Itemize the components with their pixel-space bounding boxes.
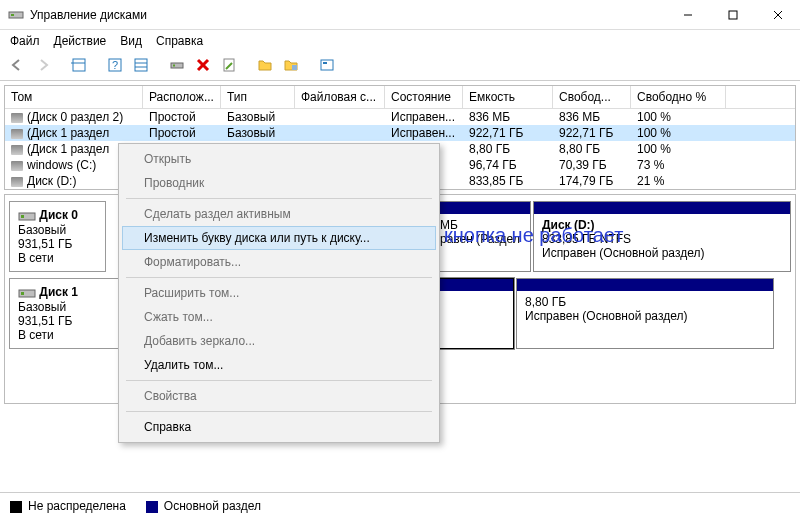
ctx-change-letter[interactable]: Изменить букву диска или путь к диску... [122,226,436,250]
help-icon[interactable]: ? [104,54,126,76]
ctx-extend[interactable]: Расширить том... [122,281,436,305]
volume-icon [11,145,23,155]
col-cap[interactable]: Емкость [463,86,553,108]
col-loc[interactable]: Располож... [143,86,221,108]
forward-button[interactable] [32,54,54,76]
ctx-open[interactable]: Открыть [122,147,436,171]
col-tom[interactable]: Том [5,86,143,108]
disk-label[interactable]: Диск 0Базовый931,51 ГБВ сети [9,201,106,272]
svg-rect-10 [135,59,147,71]
ctx-delete[interactable]: Удалить том... [122,353,436,377]
maximize-button[interactable] [710,0,755,30]
svg-text:?: ? [112,59,118,71]
toolbar: ? [0,52,800,81]
folder-open-icon[interactable] [280,54,302,76]
properties-icon[interactable] [218,54,240,76]
svg-rect-13 [171,63,183,68]
ctx-shrink[interactable]: Сжать том... [122,305,436,329]
toolbar-list-icon[interactable] [130,54,152,76]
svg-rect-6 [73,59,85,71]
svg-rect-14 [173,65,175,67]
svg-rect-22 [21,215,24,218]
menubar: Файл Действие Вид Справка [0,30,800,52]
legend-unallocated: Не распределена [10,499,126,513]
refresh-icon[interactable] [166,54,188,76]
toolbar-view-icon[interactable] [68,54,90,76]
col-fs[interactable]: Файловая с... [295,86,385,108]
volume-row[interactable]: (Диск 0 раздел 2)ПростойБазовыйИсправен.… [5,109,795,125]
legend: Не распределена Основной раздел [0,492,800,519]
delete-icon[interactable] [192,54,214,76]
volume-icon [11,177,23,187]
ctx-make-active[interactable]: Сделать раздел активным [122,202,436,226]
annotation-text: кнопка не работает [444,224,623,247]
menu-file[interactable]: Файл [10,34,40,48]
window-title: Управление дисками [30,8,665,22]
col-pct[interactable]: Свободно % [631,86,726,108]
minimize-button[interactable] [665,0,710,30]
svg-rect-1 [11,14,14,16]
svg-rect-19 [321,60,333,70]
back-button[interactable] [6,54,28,76]
svg-rect-24 [21,292,24,295]
legend-primary: Основной раздел [146,499,261,513]
svg-rect-20 [323,62,327,64]
volume-row[interactable]: (Диск 1 разделПростойБазовыйИсправен...9… [5,125,795,141]
svg-rect-18 [292,65,297,70]
ctx-explorer[interactable]: Проводник [122,171,436,195]
toolbar-last-icon[interactable] [316,54,338,76]
menu-help[interactable]: Справка [156,34,203,48]
ctx-properties[interactable]: Свойства [122,384,436,408]
partition[interactable]: 8,80 ГБИсправен (Основной раздел) [516,278,774,349]
close-button[interactable] [755,0,800,30]
volume-icon [11,113,23,123]
col-type[interactable]: Тип [221,86,295,108]
titlebar: Управление дисками [0,0,800,30]
folder-icon[interactable] [254,54,276,76]
menu-action[interactable]: Действие [54,34,107,48]
disk-label[interactable]: Диск 1Базовый931,51 ГБВ сети [9,278,121,349]
app-icon [8,7,24,23]
ctx-format[interactable]: Форматировать... [122,250,436,274]
col-state[interactable]: Состояние [385,86,463,108]
ctx-mirror[interactable]: Добавить зеркало... [122,329,436,353]
volume-list-header: Том Располож... Тип Файловая с... Состоя… [5,86,795,109]
menu-view[interactable]: Вид [120,34,142,48]
volume-icon [11,129,23,139]
context-menu: Открыть Проводник Сделать раздел активны… [118,143,440,443]
volume-icon [11,161,23,171]
col-free[interactable]: Свобод... [553,86,631,108]
ctx-help[interactable]: Справка [122,415,436,439]
svg-rect-3 [729,11,737,19]
